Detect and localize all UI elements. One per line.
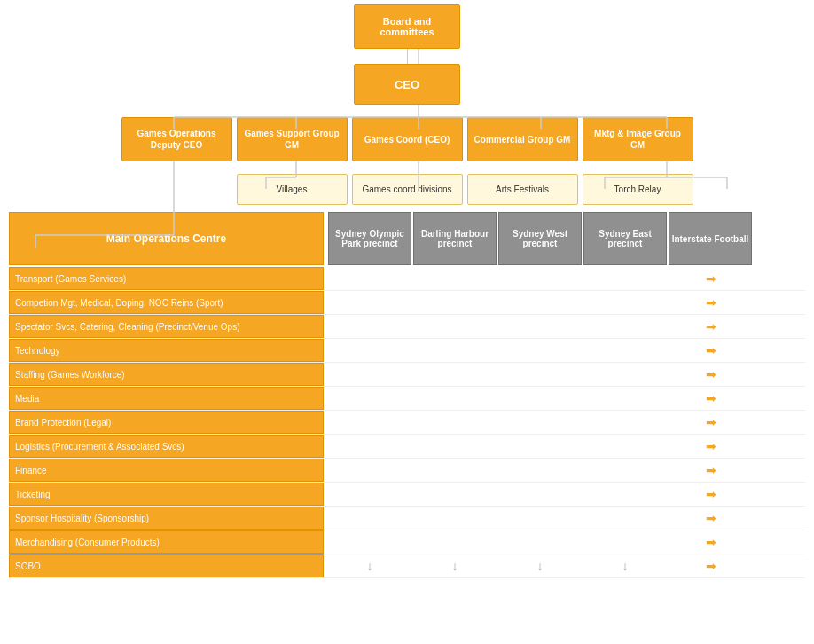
l3-box-games-coord: Games coord divisions bbox=[352, 174, 463, 205]
arrow-1-0 bbox=[328, 291, 411, 314]
arrow-12-3: ↓ bbox=[583, 554, 667, 577]
down-arrow-icon: ↓ bbox=[367, 559, 373, 573]
arrow-5-1 bbox=[413, 387, 497, 410]
arrow-12-2: ↓ bbox=[498, 554, 582, 577]
main-ops-box: Main Operations Centre bbox=[9, 212, 324, 265]
matrix-label-1: Competion Mgt, Medical, Doping, NOC Rein… bbox=[9, 291, 324, 314]
down-arrow-icon: ↓ bbox=[537, 559, 544, 573]
arrow-1-1 bbox=[413, 291, 497, 314]
l2-box-4: Mktg & Image Group GM bbox=[583, 117, 693, 161]
arrow-4-2 bbox=[498, 363, 582, 386]
arrow-7-4: ➡ bbox=[669, 435, 752, 458]
right-arrow-icon: ➡ bbox=[706, 511, 716, 525]
down-arrow-icon: ↓ bbox=[452, 559, 458, 573]
matrix-row-10: Sponsor Hospitality (Sponsorship) ➡ bbox=[9, 507, 805, 530]
arrow-12-1: ↓ bbox=[413, 554, 497, 577]
arrow-1-4: ➡ bbox=[669, 291, 752, 314]
arrow-8-2 bbox=[498, 459, 582, 482]
precinct-2: Sydney West precinct bbox=[498, 212, 582, 265]
arrow-5-2 bbox=[498, 387, 582, 410]
l3-spacer-0 bbox=[121, 174, 232, 205]
arrow-6-0 bbox=[328, 411, 411, 434]
arrow-0-2 bbox=[498, 267, 582, 290]
arrow-4-0 bbox=[328, 363, 411, 386]
matrix-row-3: Technology ➡ bbox=[9, 339, 805, 363]
matrix-row-0: Transport (Games Services) ➡ bbox=[9, 267, 805, 291]
level-ceo bbox=[0, 49, 814, 64]
matrix-row-1: Competion Mgt, Medical, Doping, NOC Rein… bbox=[9, 291, 805, 315]
right-arrow-icon: ➡ bbox=[706, 391, 716, 405]
arrow-6-2 bbox=[498, 411, 582, 434]
arrow-2-4: ➡ bbox=[669, 315, 752, 338]
arrow-9-0 bbox=[328, 483, 411, 506]
right-arrow-icon: ➡ bbox=[706, 367, 716, 381]
matrix-label-11: Merchandising (Consumer Products) bbox=[9, 530, 324, 554]
arrow-7-0 bbox=[328, 435, 411, 458]
page-wrapper: Board and committees CEO Games Operation… bbox=[0, 0, 814, 578]
arrow-12-0: ↓ bbox=[328, 554, 411, 577]
right-arrow-icon: ➡ bbox=[706, 487, 716, 501]
matrix-label-4: Staffing (Games Workforce) bbox=[9, 363, 324, 386]
arrow-10-0 bbox=[328, 507, 411, 530]
level-ceo-box: CEO bbox=[0, 64, 814, 105]
l2-box-0: Games Operations Deputy CEO bbox=[121, 117, 232, 161]
main-ops-row: Main Operations Centre Sydney Olympic Pa… bbox=[9, 212, 805, 265]
l2-box-3: Commercial Group GM bbox=[467, 117, 578, 161]
arrow-8-4: ➡ bbox=[669, 459, 752, 482]
arrow-2-0 bbox=[328, 315, 411, 338]
arrow-5-4: ➡ bbox=[669, 387, 752, 410]
l2-box-1: Games Support Group GM bbox=[237, 117, 348, 161]
precinct-1: Darling Harbour precinct bbox=[413, 212, 497, 265]
matrix-label-0: Transport (Games Services) bbox=[9, 267, 324, 290]
matrix-label-9: Ticketing bbox=[9, 483, 324, 506]
arrow-3-3 bbox=[583, 339, 667, 362]
arrow-3-4: ➡ bbox=[669, 339, 752, 362]
matrix-row-7: Logistics (Procurement & Associated Svcs… bbox=[9, 435, 805, 459]
precinct-3: Sydney East precinct bbox=[583, 212, 667, 265]
arrow-11-3 bbox=[583, 530, 667, 554]
arrow-1-2 bbox=[498, 291, 582, 314]
arrow-4-4: ➡ bbox=[669, 363, 752, 386]
org-top: Board and committees CEO Games Operation… bbox=[0, 0, 814, 205]
arrow-9-3 bbox=[583, 483, 667, 506]
arrow-3-1 bbox=[413, 339, 497, 362]
matrix-section: Main Operations Centre Sydney Olympic Pa… bbox=[0, 212, 814, 578]
arrow-10-1 bbox=[413, 507, 497, 530]
right-arrow-icon: ➡ bbox=[706, 415, 716, 429]
l3-box-arts: Arts Festivals bbox=[467, 174, 578, 205]
matrix-row-5: Media ➡ bbox=[9, 387, 805, 411]
right-arrow-icon: ➡ bbox=[706, 319, 716, 334]
right-arrow-icon: ➡ bbox=[706, 271, 716, 286]
arrow-4-3 bbox=[583, 363, 667, 386]
matrix-row-2: Spectator Svcs, Catering, Cleaning (Prec… bbox=[9, 315, 805, 339]
l2-box-2: Games Coord (CEO) bbox=[352, 117, 463, 161]
level-board: Board and committees bbox=[0, 4, 814, 49]
arrow-2-1 bbox=[413, 315, 497, 338]
matrix-row-8: Finance ➡ bbox=[9, 459, 805, 483]
arrow-5-3 bbox=[583, 387, 667, 410]
matrix-label-7: Logistics (Procurement & Associated Svcs… bbox=[9, 435, 324, 458]
arrow-2-2 bbox=[498, 315, 582, 338]
matrix-row-9: Ticketing ➡ bbox=[9, 483, 805, 507]
matrix-label-8: Finance bbox=[9, 459, 324, 482]
right-arrow-icon: ➡ bbox=[706, 463, 716, 477]
arrow-6-1 bbox=[413, 411, 497, 434]
arrow-6-3 bbox=[583, 411, 667, 434]
arrow-9-1 bbox=[413, 483, 497, 506]
precinct-4: Interstate Football bbox=[669, 212, 752, 265]
arrow-9-2 bbox=[498, 483, 582, 506]
arrow-10-2 bbox=[498, 507, 582, 530]
matrix-label-3: Technology bbox=[9, 339, 324, 362]
arrow-0-3 bbox=[583, 267, 667, 290]
down-arrow-icon: ↓ bbox=[622, 559, 629, 573]
l3-box-torch: Torch Relay bbox=[583, 174, 693, 205]
matrix-label-6: Brand Protection (Legal) bbox=[9, 411, 324, 434]
l3-box-villages: Villages bbox=[237, 174, 348, 205]
arrow-0-0 bbox=[328, 267, 411, 290]
arrow-10-4: ➡ bbox=[669, 507, 752, 530]
matrix-row-11: Merchandising (Consumer Products) ➡ bbox=[9, 530, 805, 554]
arrow-0-1 bbox=[413, 267, 497, 290]
arrow-10-3 bbox=[583, 507, 667, 530]
arrow-12-4: ➡ bbox=[669, 554, 752, 577]
arrow-6-4: ➡ bbox=[669, 411, 752, 434]
